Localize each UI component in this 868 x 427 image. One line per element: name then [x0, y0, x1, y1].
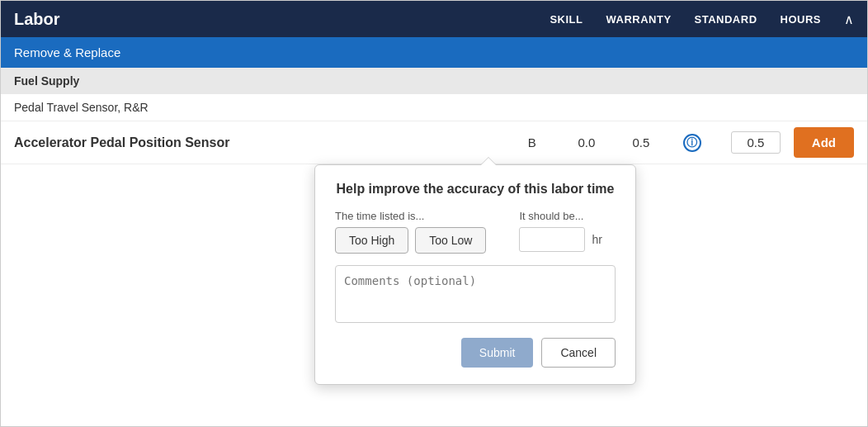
add-button[interactable]: Add — [794, 127, 854, 158]
item-name: Pedal Travel Sensor, R&R — [14, 101, 149, 114]
popover-row: The time listed is... Too High Too Low I… — [335, 210, 616, 254]
cancel-button[interactable]: Cancel — [541, 338, 616, 368]
comments-textarea[interactable] — [335, 265, 616, 323]
nav-hours[interactable]: HOURS — [781, 13, 821, 26]
labor-warranty: 0.0 — [574, 135, 599, 149]
labor-section: Accelerator Pedal Position Sensor B 0.0 … — [1, 121, 867, 164]
time-listed-label: The time listed is... — [335, 210, 486, 222]
labor-row: Accelerator Pedal Position Sensor B 0.0 … — [1, 121, 867, 164]
labor-name: Accelerator Pedal Position Sensor — [14, 135, 520, 150]
nav-skill[interactable]: SKILL — [550, 13, 583, 26]
should-be-col: It should be... hr — [519, 210, 601, 252]
should-be-input[interactable] — [519, 227, 585, 252]
should-be-unit: hr — [592, 233, 601, 246]
labor-values: B 0.0 0.5 ⓘ — [520, 131, 781, 154]
sub-header: Remove & Replace — [1, 37, 867, 68]
info-icon[interactable]: ⓘ — [683, 134, 701, 152]
nav-standard[interactable]: STANDARD — [695, 13, 757, 26]
item-row: Pedal Travel Sensor, R&R — [1, 94, 867, 121]
section-name: Fuel Supply — [14, 74, 79, 88]
time-listed-col: The time listed is... Too High Too Low — [335, 210, 486, 254]
should-be-label: It should be... — [519, 210, 601, 222]
too-high-button[interactable]: Too High — [335, 227, 408, 254]
popover-footer: Submit Cancel — [335, 338, 616, 368]
main-container: Labor SKILL WARRANTY STANDARD HOURS ∧ Re… — [0, 0, 868, 427]
labor-hours-input[interactable] — [731, 131, 781, 154]
collapse-icon[interactable]: ∧ — [844, 12, 854, 27]
nav-warranty[interactable]: WARRANTY — [606, 13, 671, 26]
header-nav: SKILL WARRANTY STANDARD HOURS ∧ — [550, 12, 854, 27]
popover: Help improve the accuracy of this labor … — [314, 164, 636, 385]
too-low-button[interactable]: Too Low — [415, 227, 486, 254]
time-buttons: Too High Too Low — [335, 227, 486, 254]
popover-title: Help improve the accuracy of this labor … — [335, 182, 616, 197]
app-title: Labor — [14, 10, 60, 29]
section-header: Fuel Supply — [1, 68, 867, 94]
labor-standard: 0.5 — [629, 135, 653, 149]
submit-button[interactable]: Submit — [461, 338, 534, 368]
should-be-row: hr — [519, 227, 601, 252]
labor-skill: B — [520, 135, 545, 149]
popover-overlay: Help improve the accuracy of this labor … — [314, 164, 636, 385]
sub-header-label: Remove & Replace — [14, 45, 120, 59]
header: Labor SKILL WARRANTY STANDARD HOURS ∧ — [1, 1, 867, 37]
